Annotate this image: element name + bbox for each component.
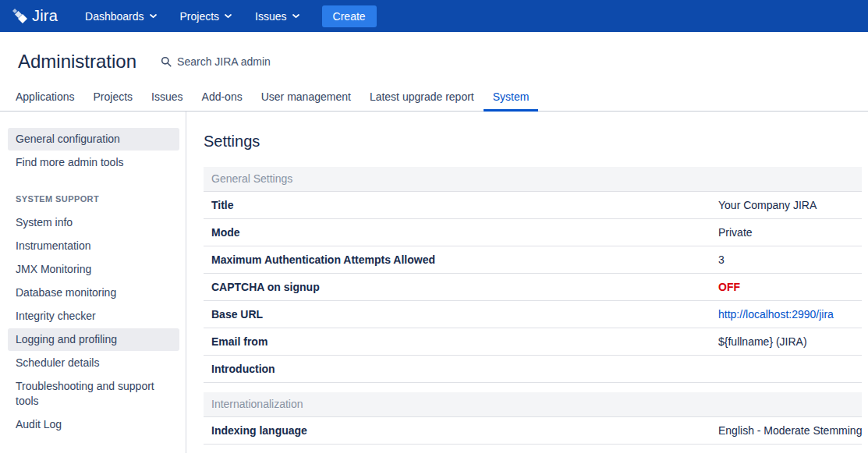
search-icon (161, 56, 172, 67)
setting-row-base-url: Base URL http://localhost:2990/jira (204, 301, 862, 328)
setting-label: Email from (211, 335, 718, 348)
sidebar-item-database-monitoring[interactable]: Database monitoring (8, 282, 179, 304)
settings-title: Settings (204, 133, 862, 151)
search-input[interactable] (177, 55, 317, 68)
setting-row-introduction: Introduction (204, 356, 862, 383)
section-header-general-settings: General Settings (204, 167, 862, 192)
base-url-link[interactable]: http://localhost:2990/jira (718, 308, 834, 321)
setting-value: Private (718, 226, 753, 239)
setting-label: Base URL (211, 308, 718, 321)
setting-label: Introduction (211, 363, 718, 375)
admin-header: Administration (0, 32, 868, 73)
brand-text: Jira (32, 7, 58, 25)
nav-dashboards[interactable]: Dashboards (73, 0, 168, 32)
sidebar-item-scheduler-details[interactable]: Scheduler details (8, 352, 179, 374)
setting-row-max-auth-attempts: Maximum Authentication Attempts Allowed … (204, 246, 862, 274)
tab-issues[interactable]: Issues (142, 86, 192, 112)
sidebar-item-jmx-monitoring[interactable]: JMX Monitoring (8, 258, 179, 281)
tab-system[interactable]: System (484, 86, 539, 112)
page-title: Administration (18, 51, 136, 73)
setting-row-email-from: Email from ${fullname} (JIRA) (204, 328, 862, 356)
admin-sidebar: General configuration Find more admin to… (0, 112, 186, 453)
tab-add-ons[interactable]: Add-ons (193, 86, 252, 112)
sidebar-item-find-more-admin-tools[interactable]: Find more admin tools (8, 151, 179, 174)
nav-projects[interactable]: Projects (168, 0, 244, 32)
sidebar-item-system-info[interactable]: System info (8, 211, 179, 234)
admin-tabbar: Applications Projects Issues Add-ons Use… (0, 86, 868, 112)
chevron-down-icon (225, 14, 232, 19)
content-area: General configuration Find more admin to… (0, 112, 868, 453)
setting-label: CAPTCHA on signup (211, 281, 718, 293)
chevron-down-icon (150, 14, 157, 19)
setting-value: ${fullname} (JIRA) (718, 335, 807, 348)
tab-latest-upgrade-report[interactable]: Latest upgrade report (360, 86, 484, 112)
setting-label: Title (211, 199, 718, 211)
nav-issues[interactable]: Issues (243, 0, 310, 32)
sidebar-group-system-support: SYSTEM SUPPORT (8, 194, 179, 204)
jira-logo-icon (11, 7, 30, 26)
setting-row-mode: Mode Private (204, 219, 862, 246)
sidebar-item-troubleshooting-and-support-tools[interactable]: Troubleshooting and support tools (8, 375, 179, 413)
jira-logo[interactable]: Jira (11, 7, 58, 26)
setting-value: English - Moderate Stemming (718, 424, 862, 437)
setting-row-captcha: CAPTCHA on signup OFF (204, 274, 862, 301)
setting-label: Mode (211, 226, 718, 239)
sidebar-item-logging-and-profiling[interactable]: Logging and profiling (8, 328, 179, 351)
chevron-down-icon (292, 14, 299, 19)
tab-projects[interactable]: Projects (84, 86, 143, 112)
sidebar-item-audit-log[interactable]: Audit Log (8, 413, 179, 436)
section-header-internationalization: Internationalization (204, 392, 862, 417)
admin-search (161, 55, 317, 68)
top-navbar: Jira Dashboards Projects Issues Create (0, 0, 868, 32)
setting-value: Your Company JIRA (718, 199, 817, 211)
tab-user-management[interactable]: User management (252, 86, 360, 112)
sidebar-item-integrity-checker[interactable]: Integrity checker (8, 305, 179, 328)
setting-row-indexing-language: Indexing language English - Moderate Ste… (204, 417, 862, 445)
setting-label: Maximum Authentication Attempts Allowed (211, 253, 718, 266)
status-badge: OFF (718, 281, 740, 293)
sidebar-item-instrumentation[interactable]: Instrumentation (8, 235, 179, 257)
sidebar-item-general-configuration[interactable]: General configuration (8, 128, 179, 151)
setting-label: Indexing language (211, 424, 718, 437)
setting-row-title: Title Your Company JIRA (204, 192, 862, 219)
settings-main: Settings General Settings Title Your Com… (186, 112, 868, 453)
setting-value: 3 (718, 253, 725, 266)
tab-applications[interactable]: Applications (6, 86, 84, 112)
create-button[interactable]: Create (322, 5, 377, 27)
